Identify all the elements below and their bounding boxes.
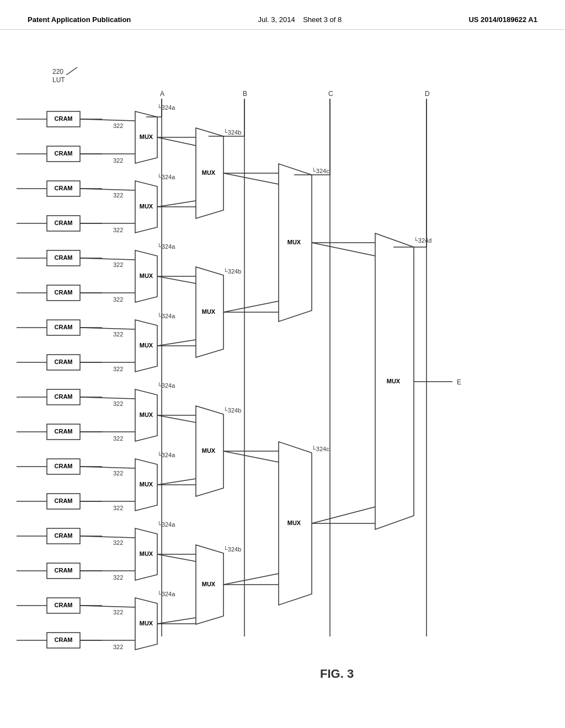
svg-text:322: 322 (113, 261, 123, 268)
svg-line-144 (80, 536, 135, 538)
svg-text:└324b: └324b (223, 267, 241, 275)
svg-text:└324a: └324a (157, 243, 175, 250)
svg-text:CRAM: CRAM (55, 602, 73, 608)
col-b: B (243, 90, 247, 98)
svg-text:322: 322 (113, 122, 123, 129)
svg-text:MUX: MUX (287, 520, 301, 526)
svg-line-166 (157, 554, 196, 561)
cram-2: CRAM 322 (17, 146, 123, 164)
svg-text:CRAM: CRAM (55, 497, 73, 504)
svg-line-88 (223, 173, 279, 184)
svg-text:CRAM: CRAM (55, 115, 73, 122)
svg-text:322: 322 (113, 539, 123, 546)
figure-label: FIG. 3 (320, 667, 354, 681)
svg-text:└324a: └324a (157, 451, 175, 458)
svg-line-89 (223, 301, 279, 312)
svg-text:322: 322 (113, 470, 123, 477)
patent-header: Patent Application Publication Jul. 3, 2… (0, 0, 565, 30)
title-ref: 220 (52, 68, 63, 76)
svg-text:CRAM: CRAM (55, 254, 73, 261)
svg-text:322: 322 (113, 609, 123, 615)
svg-text:└324c: └324c (312, 167, 329, 174)
mux-a-7: MUX └324a (80, 521, 196, 580)
svg-line-172 (223, 451, 279, 462)
svg-text:MUX: MUX (140, 550, 153, 557)
svg-text:CRAM: CRAM (55, 428, 73, 435)
mux-b-1: MUX └324b (157, 99, 279, 218)
svg-text:MUX: MUX (287, 239, 301, 245)
svg-text:└324b: └324b (223, 129, 241, 136)
svg-text:CRAM: CRAM (55, 185, 73, 191)
cram-14: CRAM 322 (17, 563, 123, 581)
cram-12: CRAM 322 (17, 494, 123, 511)
svg-text:└324d: └324d (414, 237, 431, 244)
cram-8: CRAM 322 (17, 355, 123, 372)
svg-line-83 (157, 340, 196, 346)
svg-text:MUX: MUX (202, 169, 216, 176)
svg-text:322: 322 (113, 157, 123, 164)
svg-text:└324a: └324a (157, 104, 175, 111)
svg-line-129 (157, 479, 196, 485)
mux-a-3: MUX └324a (80, 243, 196, 302)
svg-text:MUX: MUX (140, 203, 153, 210)
svg-line-43 (157, 201, 196, 207)
svg-text:CRAM: CRAM (55, 324, 73, 330)
svg-text:CRAM: CRAM (55, 220, 73, 226)
svg-text:322: 322 (113, 400, 123, 407)
svg-line-179 (312, 507, 375, 523)
header-right: US 2014/0189622 A1 (468, 15, 537, 24)
svg-text:CRAM: CRAM (55, 463, 73, 469)
col-a: A (160, 90, 164, 98)
svg-line-178 (312, 243, 375, 256)
mux-a-1: MUX └324a (80, 99, 196, 163)
mux-d: MUX └324d E (312, 99, 461, 529)
svg-text:MUX: MUX (140, 481, 153, 488)
col-d: D (425, 90, 430, 98)
svg-text:322: 322 (113, 296, 123, 303)
title-lut: LUT (52, 76, 65, 84)
mux-a-4: MUX └324a (80, 312, 196, 372)
mux-a-5: MUX └324a (80, 382, 196, 441)
svg-line-106 (80, 397, 135, 399)
svg-line-160 (80, 606, 135, 607)
svg-line-0 (66, 67, 77, 75)
svg-text:└324b: └324b (223, 406, 241, 414)
svg-line-173 (223, 574, 279, 585)
svg-text:CRAM: CRAM (55, 393, 73, 400)
svg-text:322: 322 (113, 366, 123, 372)
svg-text:└324a: └324a (157, 382, 175, 389)
svg-text:CRAM: CRAM (55, 358, 73, 365)
header-left: Patent Application Publication (28, 15, 131, 24)
svg-line-122 (80, 467, 135, 468)
svg-text:MUX: MUX (202, 308, 216, 315)
mux-b-2: MUX └324b (157, 267, 279, 357)
cram-10: CRAM 322 (17, 424, 123, 442)
cram-4: CRAM 322 (17, 216, 123, 233)
mux-a-2: MUX └324a (80, 173, 196, 233)
svg-line-76 (80, 328, 135, 329)
svg-text:└324a: └324a (157, 173, 175, 180)
svg-text:└324a: └324a (157, 590, 175, 597)
svg-text:MUX: MUX (140, 133, 153, 140)
svg-text:322: 322 (113, 435, 123, 442)
svg-line-36 (80, 189, 135, 190)
cram-6: CRAM 322 (17, 285, 123, 303)
svg-text:CRAM: CRAM (55, 150, 73, 157)
svg-text:MUX: MUX (140, 272, 153, 279)
svg-line-167 (157, 618, 196, 624)
svg-text:MUX: MUX (140, 342, 153, 349)
svg-text:└324c: └324c (312, 445, 329, 452)
svg-text:322: 322 (113, 192, 123, 199)
svg-text:322: 322 (113, 505, 123, 511)
svg-line-82 (157, 276, 196, 283)
svg-text:MUX: MUX (140, 411, 153, 418)
svg-line-60 (80, 258, 135, 260)
svg-text:322: 322 (113, 574, 123, 581)
svg-text:└324a: └324a (157, 312, 175, 319)
svg-text:CRAM: CRAM (55, 636, 73, 643)
header-center: Jul. 3, 2014 Sheet 3 of 8 (258, 15, 342, 24)
svg-text:CRAM: CRAM (55, 289, 73, 296)
svg-text:MUX: MUX (140, 620, 153, 627)
svg-text:MUX: MUX (387, 378, 401, 384)
svg-text:CRAM: CRAM (55, 532, 73, 539)
